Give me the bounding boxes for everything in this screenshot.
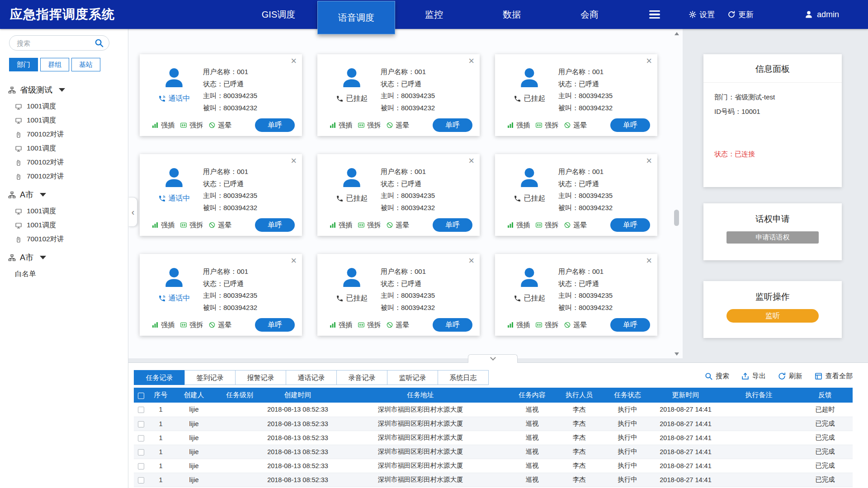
tree-group-header[interactable]: A市 <box>0 185 128 204</box>
force-insert-button[interactable]: 强插 <box>329 221 352 230</box>
force-insert-button[interactable]: 强插 <box>329 321 352 329</box>
menu-icon[interactable] <box>649 10 660 19</box>
row-checkbox[interactable] <box>138 477 144 483</box>
close-icon[interactable]: × <box>468 156 474 166</box>
nav-conference[interactable]: 会商 <box>551 9 628 21</box>
row-checkbox[interactable] <box>138 449 144 455</box>
cell-feedback[interactable]: 已完成 <box>797 459 853 473</box>
tree-item[interactable]: 700102对讲 <box>0 127 128 141</box>
nav-gis[interactable]: GIS调度 <box>240 9 317 21</box>
single-call-button[interactable]: 单呼 <box>610 218 650 232</box>
caret-down-icon[interactable] <box>59 88 65 92</box>
force-release-button[interactable]: 强拆 <box>358 221 381 230</box>
scrollbar-thumb[interactable] <box>674 210 679 226</box>
force-insert-button[interactable]: 强插 <box>507 221 530 230</box>
tab-checkin-record[interactable]: 签到记录 <box>184 370 236 385</box>
force-release-button[interactable]: 强拆 <box>358 121 381 130</box>
view-all-button[interactable]: 查看全部 <box>814 372 853 380</box>
apply-talk-permission-button[interactable]: 申请话语权 <box>726 231 819 244</box>
force-release-button[interactable]: 强拆 <box>535 321 558 329</box>
remote-stun-button[interactable]: 遥晕 <box>564 321 587 329</box>
force-insert-button[interactable]: 强插 <box>151 221 175 230</box>
close-icon[interactable]: × <box>468 56 474 66</box>
cell-feedback[interactable]: 已完成 <box>797 431 853 445</box>
tab-alarm-record[interactable]: 报警记录 <box>235 370 286 385</box>
row-checkbox[interactable] <box>138 421 144 427</box>
tree-item[interactable]: 1001调度 <box>0 99 128 113</box>
force-release-button[interactable]: 强拆 <box>180 121 203 130</box>
user-menu[interactable]: admin <box>804 10 839 19</box>
remote-stun-button[interactable]: 遥晕 <box>208 321 231 329</box>
remote-stun-button[interactable]: 遥晕 <box>208 221 231 230</box>
single-call-button[interactable]: 单呼 <box>255 118 295 132</box>
tab-group[interactable]: 群组 <box>40 58 69 71</box>
row-checkbox[interactable] <box>138 463 144 469</box>
force-insert-button[interactable]: 强插 <box>151 321 175 329</box>
tab-station[interactable]: 基站 <box>71 58 100 71</box>
single-call-button[interactable]: 单呼 <box>255 218 295 232</box>
remote-stun-button[interactable]: 遥晕 <box>386 221 409 230</box>
tree-item[interactable]: 1001调度 <box>0 204 128 218</box>
search-icon[interactable] <box>94 38 104 48</box>
cell-feedback[interactable]: 已完成 <box>797 417 853 431</box>
update-button[interactable]: 更新 <box>727 9 754 20</box>
nav-voice[interactable]: 语音调度 <box>317 1 395 34</box>
close-icon[interactable]: × <box>468 256 474 266</box>
export-button[interactable]: 导出 <box>741 372 766 380</box>
remote-stun-button[interactable]: 遥晕 <box>564 121 587 130</box>
force-release-button[interactable]: 强拆 <box>180 221 203 230</box>
remote-stun-button[interactable]: 遥晕 <box>564 221 587 230</box>
force-insert-button[interactable]: 强插 <box>507 321 530 329</box>
tree-item[interactable]: 1001调度 <box>0 113 128 127</box>
force-insert-button[interactable]: 强插 <box>507 121 530 130</box>
force-release-button[interactable]: 强拆 <box>180 321 203 329</box>
single-call-button[interactable]: 单呼 <box>610 318 650 332</box>
nav-monitor[interactable]: 监控 <box>395 9 473 21</box>
tree-item[interactable]: 1001调度 <box>0 218 128 232</box>
tab-call-record[interactable]: 通话记录 <box>286 370 337 385</box>
close-icon[interactable]: × <box>646 56 652 66</box>
sidebar-collapse-handle[interactable]: ‹ <box>128 197 137 227</box>
close-icon[interactable]: × <box>291 156 297 166</box>
tab-task-record[interactable]: 任务记录 <box>134 370 185 385</box>
cell-feedback[interactable]: 已完成 <box>797 445 853 459</box>
close-icon[interactable]: × <box>291 56 297 66</box>
remote-stun-button[interactable]: 遥晕 <box>386 121 409 130</box>
tree-group-header[interactable]: 省级测试 <box>0 80 128 99</box>
force-release-button[interactable]: 强拆 <box>358 321 381 329</box>
force-insert-button[interactable]: 强插 <box>151 121 175 130</box>
close-icon[interactable]: × <box>646 156 652 166</box>
force-release-button[interactable]: 强拆 <box>535 221 558 230</box>
tab-recording-record[interactable]: 录音记录 <box>336 370 387 385</box>
cell-feedback[interactable]: 已超时 <box>797 403 853 417</box>
search-button[interactable]: 搜索 <box>704 372 729 380</box>
single-call-button[interactable]: 单呼 <box>433 118 472 132</box>
tab-monitor-record[interactable]: 监听记录 <box>387 370 438 385</box>
panel-collapse-tab[interactable] <box>468 354 518 363</box>
force-insert-button[interactable]: 强插 <box>329 121 352 130</box>
close-icon[interactable]: × <box>646 256 652 266</box>
force-release-button[interactable]: 强拆 <box>535 121 558 130</box>
tree-item[interactable]: 700102对讲 <box>0 232 128 246</box>
single-call-button[interactable]: 单呼 <box>610 118 650 132</box>
single-call-button[interactable]: 单呼 <box>255 318 295 332</box>
select-all-checkbox[interactable] <box>138 393 144 399</box>
nav-data[interactable]: 数据 <box>473 9 551 21</box>
tree-item[interactable]: 白名单 <box>0 267 128 281</box>
tab-department[interactable]: 部门 <box>9 58 38 71</box>
close-icon[interactable]: × <box>291 256 297 266</box>
scroll-down-icon[interactable] <box>673 350 680 357</box>
scroll-up-icon[interactable] <box>673 30 680 37</box>
single-call-button[interactable]: 单呼 <box>433 318 472 332</box>
row-checkbox[interactable] <box>138 407 144 413</box>
tree-item[interactable]: 700102对讲 <box>0 155 128 169</box>
settings-button[interactable]: 设置 <box>689 9 715 20</box>
tab-system-log[interactable]: 系统日志 <box>438 370 489 385</box>
cell-feedback[interactable]: 已完成 <box>797 473 853 487</box>
single-call-button[interactable]: 单呼 <box>433 218 472 232</box>
refresh-button[interactable]: 刷新 <box>778 372 802 380</box>
tree-group-header[interactable]: A市 <box>0 248 128 267</box>
remote-stun-button[interactable]: 遥晕 <box>208 121 231 130</box>
caret-down-icon[interactable] <box>40 256 46 259</box>
monitor-button[interactable]: 监听 <box>726 309 819 323</box>
